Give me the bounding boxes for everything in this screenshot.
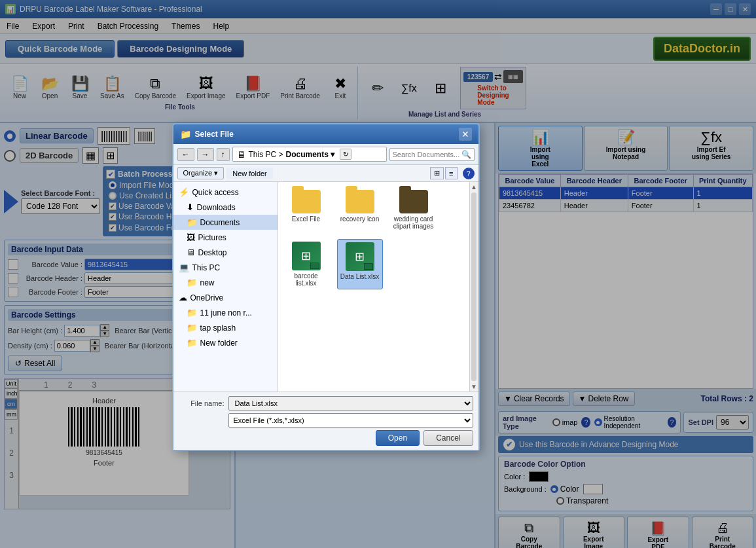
view-buttons: ⊞ ≡ xyxy=(430,167,457,179)
dialog-action-buttons: Open Cancel xyxy=(179,430,473,446)
11june-icon: 📁 xyxy=(187,308,197,318)
sidebar-documents[interactable]: 📁 Documents xyxy=(173,215,278,230)
file-data-list[interactable]: ⊞ Data List.xlsx xyxy=(337,239,383,289)
file-recovery-icon[interactable]: recovery icon xyxy=(337,187,383,232)
nav-path-text: This PC > xyxy=(249,150,283,159)
quick-access-icon: ⚡ xyxy=(179,187,189,197)
filename-label: File name: xyxy=(179,399,225,407)
filetype-select[interactable]: Excel File (*.xls,*.xlsx) xyxy=(228,413,473,428)
dialog-body: ⚡ Quick access ⬇ Downloads 📁 Documents 🖼… xyxy=(173,182,478,392)
scroll-down-arrow[interactable]: ▼ xyxy=(471,383,477,390)
search-icon: 🔍 xyxy=(461,150,471,159)
files-grid: Excel File recovery icon wedding card cl… xyxy=(283,187,473,232)
wedding-card-name: wedding card clipart images xyxy=(393,215,434,230)
dialog-folder-icon: 📁 xyxy=(180,129,191,139)
dialog-title: Select File xyxy=(195,130,234,139)
filetype-row: Excel File (*.xls,*.xlsx) xyxy=(179,413,473,428)
sidebar-tap-splash[interactable]: 📁 tap splash xyxy=(173,320,278,335)
file-dialog-overlay: 📁 Select File ✕ ← → ↑ 🖥 This PC > Docume… xyxy=(0,0,756,548)
sidebar-pictures[interactable]: 🖼 Pictures xyxy=(173,230,278,245)
onedrive-icon: ☁ xyxy=(179,293,187,302)
desktop-label: Desktop xyxy=(198,248,227,257)
downloads-icon: ⬇ xyxy=(187,202,194,212)
barcode-list-name: barcode list.xlsx xyxy=(286,272,327,287)
sidebar-this-pc[interactable]: 💻 This PC xyxy=(173,260,278,275)
nav-back-button[interactable]: ← xyxy=(177,148,194,161)
filename-row: File name: Data List.xlsx xyxy=(179,396,473,411)
nav-path-icon: 🖥 xyxy=(237,149,246,160)
data-list-excel-icon: ⊞ xyxy=(346,242,374,271)
new-folder-icon: 📁 xyxy=(187,338,197,348)
dialog-title-bar: 📁 Select File ✕ xyxy=(173,124,478,144)
view-list-button[interactable]: ≡ xyxy=(445,167,457,179)
dialog-toolbar: Organize ▾ New folder ⊞ ≡ ? xyxy=(173,165,478,182)
new-folder-sidebar-icon: 📁 xyxy=(187,278,197,287)
view-tiles-button[interactable]: ⊞ xyxy=(430,167,444,179)
barcode-list-excel-icon: ⊞ xyxy=(292,242,321,270)
dialog-cancel-button[interactable]: Cancel xyxy=(423,430,473,446)
dialog-open-button[interactable]: Open xyxy=(376,430,420,446)
sidebar-desktop[interactable]: 🖥 Desktop xyxy=(173,245,278,260)
onedrive-label: OneDrive xyxy=(190,293,224,302)
this-pc-label: This PC xyxy=(192,263,221,272)
nav-refresh-button[interactable]: ↻ xyxy=(340,149,351,160)
desktop-icon: 🖥 xyxy=(187,247,195,257)
data-list-name: Data List.xlsx xyxy=(340,273,379,280)
sidebar-new[interactable]: 📁 new xyxy=(173,275,278,290)
file-excel-file[interactable]: Excel File xyxy=(283,187,329,232)
filename-input[interactable]: Data List.xlsx xyxy=(228,396,473,411)
dialog-footer: File name: Data List.xlsx Excel File (*.… xyxy=(173,392,478,450)
sidebar-quick-access[interactable]: ⚡ Quick access xyxy=(173,185,278,200)
new-folder-label: New folder xyxy=(200,338,238,348)
downloads-label: Downloads xyxy=(197,203,236,212)
scroll-up-arrow[interactable]: ▲ xyxy=(471,183,477,191)
file-barcode-list[interactable]: ⊞ barcode list.xlsx xyxy=(283,239,329,289)
search-input[interactable] xyxy=(393,151,461,158)
dialog-help-button[interactable]: ? xyxy=(463,168,475,179)
search-box: 🔍 xyxy=(389,148,475,161)
new-folder-button[interactable]: New folder xyxy=(226,168,273,179)
recovery-icon-name: recovery icon xyxy=(340,215,379,223)
sidebar-downloads[interactable]: ⬇ Downloads xyxy=(173,200,278,215)
quick-access-label: Quick access xyxy=(192,188,239,197)
vertical-scrollbar[interactable]: ▲ ▼ xyxy=(469,182,478,392)
nav-up-button[interactable]: ↑ xyxy=(217,148,230,161)
scroll-thumb[interactable] xyxy=(471,192,477,381)
files-grid-row2: ⊞ barcode list.xlsx ⊞ Data List.xlsx xyxy=(283,239,473,289)
recovery-folder-icon xyxy=(346,190,374,213)
this-pc-icon: 💻 xyxy=(179,263,189,272)
organize-button[interactable]: Organize ▾ xyxy=(177,167,225,179)
dialog-main-files: Excel File recovery icon wedding card cl… xyxy=(278,182,478,392)
sidebar-new-folder[interactable]: 📁 New folder xyxy=(173,335,278,350)
excel-file-folder-icon xyxy=(292,190,321,213)
dialog-nav-bar: ← → ↑ 🖥 This PC > Documents ▾ ↻ 🔍 xyxy=(173,144,478,165)
sidebar-onedrive[interactable]: ☁ OneDrive xyxy=(173,290,278,305)
documents-icon: 📁 xyxy=(187,217,197,227)
nav-path-docs: Documents ▾ xyxy=(286,150,335,159)
nav-path: 🖥 This PC > Documents ▾ ↻ xyxy=(232,147,387,162)
tap-splash-icon: 📁 xyxy=(187,323,197,333)
dialog-title-left: 📁 Select File xyxy=(180,129,234,139)
dialog-close-button[interactable]: ✕ xyxy=(459,128,472,141)
sidebar-11june[interactable]: 📁 11 june non r... xyxy=(173,305,278,320)
file-wedding-card[interactable]: wedding card clipart images xyxy=(391,187,437,232)
new-label: new xyxy=(200,278,215,287)
nav-forward-button[interactable]: → xyxy=(197,148,214,161)
documents-label: Documents xyxy=(200,218,240,227)
tap-splash-label: tap splash xyxy=(200,323,236,333)
file-dialog: 📁 Select File ✕ ← → ↑ 🖥 This PC > Docume… xyxy=(172,123,480,451)
excel-file-name: Excel File xyxy=(292,215,320,223)
pictures-label: Pictures xyxy=(198,233,226,242)
wedding-folder-icon xyxy=(399,190,428,213)
dialog-sidebar: ⚡ Quick access ⬇ Downloads 📁 Documents 🖼… xyxy=(173,182,278,392)
11june-label: 11 june non r... xyxy=(200,308,252,318)
pictures-icon: 🖼 xyxy=(187,232,195,242)
